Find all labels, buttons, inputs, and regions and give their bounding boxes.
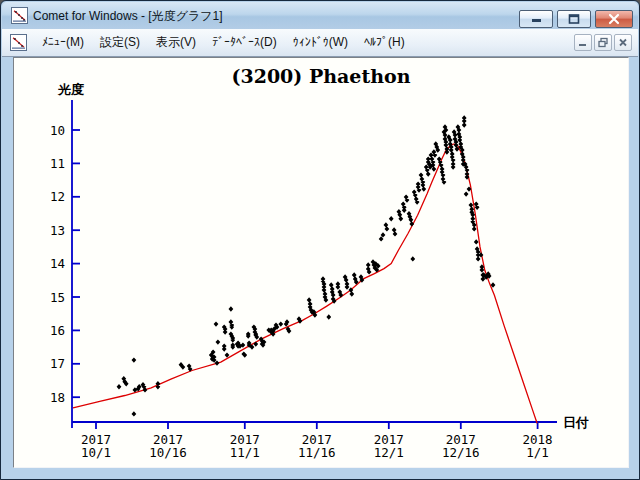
minimize-icon (520, 11, 552, 27)
mdi-window-controls (574, 34, 632, 51)
screen: Comet for Windows - [光度グラフ1] (0, 0, 640, 480)
mdi-restore-icon (596, 36, 610, 49)
y-tick-label: 15 (50, 290, 65, 305)
axes: 101112131415161718201710/1201710/1620171… (50, 100, 557, 460)
minimize-button[interactable] (519, 10, 553, 28)
mdi-minimize-button[interactable] (574, 34, 592, 51)
y-tick-label: 14 (50, 256, 65, 271)
predicted-curve-line (73, 144, 537, 423)
app-icon (11, 7, 28, 24)
close-icon (596, 11, 632, 27)
y-tick-label: 18 (50, 390, 65, 405)
mdi-close-button[interactable] (614, 34, 632, 51)
y-tick-label: 12 (50, 189, 65, 204)
mdi-minimize-icon (576, 36, 590, 49)
y-tick-label: 16 (50, 323, 65, 338)
observation-markers (117, 115, 496, 416)
y-tick-label: 17 (50, 356, 65, 371)
menu-item-0[interactable]: ﾒﾆｭｰ(M) (34, 31, 92, 53)
close-button[interactable] (595, 10, 633, 28)
menu-items: ﾒﾆｭｰ(M)設定(S)表示(V)ﾃﾞｰﾀﾍﾞｰｽ(D)ｳｨﾝﾄﾞｳ(W)ﾍﾙﾌ… (34, 29, 413, 55)
menu-bar: ﾒﾆｭｰ(M)設定(S)表示(V)ﾃﾞｰﾀﾍﾞｰｽ(D)ｳｨﾝﾄﾞｳ(W)ﾍﾙﾌ… (2, 29, 638, 57)
x-tick-label-date: 1/1 (526, 445, 549, 460)
title-bar[interactable]: Comet for Windows - [光度グラフ1] (2, 2, 638, 29)
menu-item-3[interactable]: ﾃﾞｰﾀﾍﾞｰｽ(D) (204, 31, 285, 53)
mdi-restore-button[interactable] (594, 34, 612, 51)
chart-title: (3200) Phaethon (231, 65, 410, 87)
mdi-close-icon (616, 36, 630, 49)
model-curve (73, 144, 537, 423)
document-chart-icon (10, 34, 27, 51)
menu-item-4[interactable]: ｳｨﾝﾄﾞｳ(W) (285, 31, 356, 53)
menu-item-1[interactable]: 設定(S) (92, 30, 148, 55)
restore-icon (558, 11, 590, 27)
maximize-button[interactable] (557, 10, 591, 28)
menu-item-2[interactable]: 表示(V) (148, 30, 204, 55)
x-tick-label-date: 12/16 (442, 445, 480, 460)
chart-svg: (3200) Phaethon 光度 日付 101112131415161718… (14, 58, 628, 467)
y-tick-label: 11 (50, 156, 65, 171)
y-tick-label: 10 (50, 123, 65, 138)
y-tick-label: 13 (50, 223, 65, 238)
data-points (117, 115, 496, 416)
x-tick-label-date: 11/16 (298, 445, 336, 460)
window-title: Comet for Windows - [光度グラフ1] (33, 8, 223, 25)
x-tick-label-date: 10/1 (81, 445, 111, 460)
x-axis-label: 日付 (563, 415, 589, 430)
x-tick-label-date: 12/1 (374, 445, 404, 460)
menu-item-5[interactable]: ﾍﾙﾌﾟ(H) (356, 31, 413, 53)
light-curve-chart: (3200) Phaethon 光度 日付 101112131415161718… (13, 57, 629, 468)
app-window: Comet for Windows - [光度グラフ1] (0, 0, 640, 480)
x-tick-label-date: 10/16 (149, 445, 187, 460)
y-axis-label: 光度 (57, 82, 85, 97)
x-tick-label-date: 11/1 (230, 445, 260, 460)
